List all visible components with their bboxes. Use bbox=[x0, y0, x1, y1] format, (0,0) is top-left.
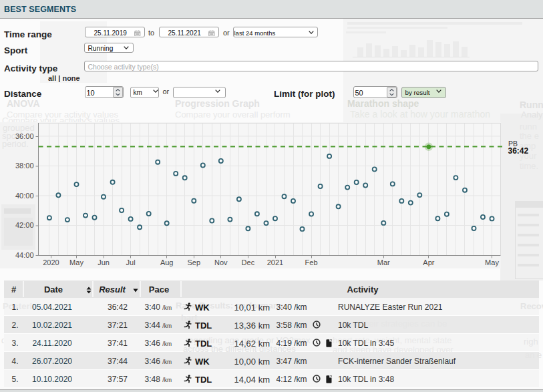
svg-text:Aug: Aug bbox=[160, 258, 174, 266]
svg-text:Feb: Feb bbox=[305, 258, 318, 266]
svg-text:Dec: Dec bbox=[242, 258, 255, 266]
svg-text:2020: 2020 bbox=[43, 258, 59, 266]
svg-text:May: May bbox=[485, 258, 499, 266]
svg-text:period.: period. bbox=[2, 139, 29, 149]
svg-text:Nov: Nov bbox=[214, 258, 228, 266]
svg-text:36:42: 36:42 bbox=[508, 146, 529, 156]
svg-text:Jun: Jun bbox=[98, 258, 110, 266]
svg-text:Jul: Jul bbox=[126, 258, 136, 266]
svg-text:Mar: Mar bbox=[377, 258, 390, 266]
svg-text:42:00: 42:00 bbox=[15, 221, 34, 229]
svg-text:Apr: Apr bbox=[423, 258, 434, 266]
svg-text:40:00: 40:00 bbox=[15, 192, 34, 200]
svg-text:Sep: Sep bbox=[188, 258, 201, 266]
svg-text:44:00: 44:00 bbox=[15, 251, 34, 259]
svg-text:38:00: 38:00 bbox=[15, 162, 34, 170]
svg-text:36:00: 36:00 bbox=[15, 132, 34, 140]
svg-text:2021: 2021 bbox=[267, 258, 283, 266]
svg-text:May: May bbox=[69, 258, 83, 266]
